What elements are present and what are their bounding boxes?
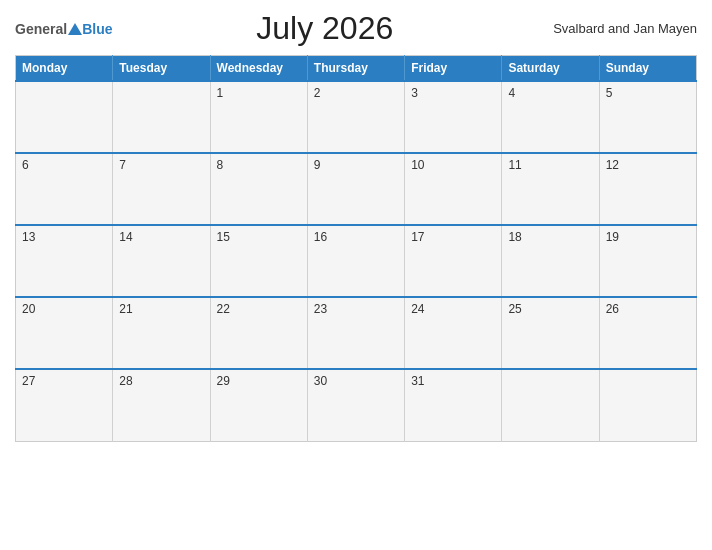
weekday-header-tuesday: Tuesday: [113, 56, 210, 82]
calendar-cell: 24: [405, 297, 502, 369]
weekday-header-thursday: Thursday: [307, 56, 404, 82]
logo-triangle-icon: [68, 23, 82, 35]
logo-blue-text: Blue: [82, 22, 112, 36]
calendar-cell: 15: [210, 225, 307, 297]
month-title: July 2026: [112, 10, 537, 47]
day-number: 9: [314, 158, 321, 172]
day-number: 30: [314, 374, 327, 388]
calendar-cell: 2: [307, 81, 404, 153]
day-number: 6: [22, 158, 29, 172]
calendar-cell: 1: [210, 81, 307, 153]
calendar-cell: 11: [502, 153, 599, 225]
day-number: 7: [119, 158, 126, 172]
day-number: 12: [606, 158, 619, 172]
calendar-cell: 16: [307, 225, 404, 297]
day-number: 28: [119, 374, 132, 388]
calendar-table: MondayTuesdayWednesdayThursdayFridaySatu…: [15, 55, 697, 442]
calendar-cell: 7: [113, 153, 210, 225]
calendar-cell: 26: [599, 297, 696, 369]
day-number: 17: [411, 230, 424, 244]
calendar-cell: 20: [16, 297, 113, 369]
calendar-cell: 12: [599, 153, 696, 225]
week-row-1: 12345: [16, 81, 697, 153]
weekday-header-monday: Monday: [16, 56, 113, 82]
day-number: 18: [508, 230, 521, 244]
week-row-5: 2728293031: [16, 369, 697, 441]
calendar-cell: 6: [16, 153, 113, 225]
day-number: 26: [606, 302, 619, 316]
day-number: 19: [606, 230, 619, 244]
calendar-cell: 5: [599, 81, 696, 153]
calendar-cell: 3: [405, 81, 502, 153]
weekday-header-sunday: Sunday: [599, 56, 696, 82]
calendar-cell: 13: [16, 225, 113, 297]
calendar-cell: 8: [210, 153, 307, 225]
day-number: 3: [411, 86, 418, 100]
calendar-cell: [502, 369, 599, 441]
calendar-cell: 17: [405, 225, 502, 297]
day-number: 22: [217, 302, 230, 316]
day-number: 29: [217, 374, 230, 388]
day-number: 5: [606, 86, 613, 100]
calendar-cell: 23: [307, 297, 404, 369]
weekday-header-wednesday: Wednesday: [210, 56, 307, 82]
day-number: 10: [411, 158, 424, 172]
day-number: 1: [217, 86, 224, 100]
day-number: 14: [119, 230, 132, 244]
calendar-cell: [113, 81, 210, 153]
day-number: 24: [411, 302, 424, 316]
day-number: 20: [22, 302, 35, 316]
calendar-cell: 29: [210, 369, 307, 441]
week-row-2: 6789101112: [16, 153, 697, 225]
calendar-cell: 31: [405, 369, 502, 441]
day-number: 2: [314, 86, 321, 100]
calendar-cell: 4: [502, 81, 599, 153]
calendar-cell: [599, 369, 696, 441]
calendar-cell: 25: [502, 297, 599, 369]
day-number: 8: [217, 158, 224, 172]
day-number: 16: [314, 230, 327, 244]
calendar-cell: 10: [405, 153, 502, 225]
day-number: 13: [22, 230, 35, 244]
calendar-cell: 28: [113, 369, 210, 441]
calendar-container: General Blue July 2026 Svalbard and Jan …: [0, 0, 712, 550]
calendar-cell: [16, 81, 113, 153]
calendar-cell: 19: [599, 225, 696, 297]
calendar-header: General Blue July 2026 Svalbard and Jan …: [15, 10, 697, 47]
calendar-cell: 18: [502, 225, 599, 297]
day-number: 25: [508, 302, 521, 316]
day-number: 23: [314, 302, 327, 316]
calendar-cell: 14: [113, 225, 210, 297]
week-row-4: 20212223242526: [16, 297, 697, 369]
calendar-cell: 21: [113, 297, 210, 369]
weekday-header-saturday: Saturday: [502, 56, 599, 82]
logo-general-text: General: [15, 22, 67, 36]
day-number: 31: [411, 374, 424, 388]
calendar-cell: 22: [210, 297, 307, 369]
calendar-cell: 9: [307, 153, 404, 225]
logo: General Blue: [15, 22, 112, 36]
calendar-cell: 30: [307, 369, 404, 441]
day-number: 15: [217, 230, 230, 244]
weekday-header-friday: Friday: [405, 56, 502, 82]
calendar-cell: 27: [16, 369, 113, 441]
day-number: 21: [119, 302, 132, 316]
day-number: 27: [22, 374, 35, 388]
week-row-3: 13141516171819: [16, 225, 697, 297]
day-number: 4: [508, 86, 515, 100]
day-number: 11: [508, 158, 521, 172]
weekday-header-row: MondayTuesdayWednesdayThursdayFridaySatu…: [16, 56, 697, 82]
region-label: Svalbard and Jan Mayen: [537, 21, 697, 36]
